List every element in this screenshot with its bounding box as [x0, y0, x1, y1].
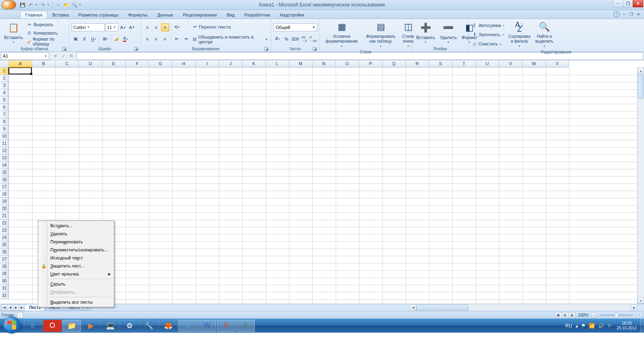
- help-icon[interactable]: ?: [613, 11, 620, 17]
- zoom-slider[interactable]: [601, 315, 633, 316]
- column-header[interactable]: Q: [382, 60, 406, 68]
- column-header[interactable]: H: [172, 60, 196, 68]
- tab-home[interactable]: Главная: [20, 11, 47, 19]
- scroll-thumb[interactable]: [638, 74, 644, 99]
- borders-button[interactable]: ⊞▾: [101, 35, 109, 43]
- scroll-up-button[interactable]: ▲: [638, 68, 644, 74]
- redo-dropdown[interactable]: ▾: [47, 3, 50, 6]
- align-center-button[interactable]: ≡: [152, 35, 160, 43]
- doc-minimize-button[interactable]: ─: [621, 11, 627, 17]
- taskbar-media-player-icon[interactable]: ▶: [82, 320, 100, 332]
- column-header[interactable]: T: [452, 60, 476, 68]
- column-header[interactable]: O: [336, 60, 359, 68]
- align-left-button[interactable]: ≡: [143, 35, 151, 43]
- zoom-in-button[interactable]: +: [637, 312, 642, 318]
- row-header[interactable]: 16: [0, 176, 9, 183]
- column-header[interactable]: U: [476, 60, 499, 68]
- tab-formulas[interactable]: Формулы: [124, 11, 153, 19]
- row-header[interactable]: 19: [0, 198, 9, 205]
- column-header[interactable]: I: [196, 60, 219, 68]
- decrease-indent-button[interactable]: ⇤: [173, 35, 181, 43]
- enter-icon[interactable]: ✓: [60, 52, 67, 60]
- scroll-right-button[interactable]: ▶: [631, 304, 637, 311]
- increase-indent-button[interactable]: ⇥: [182, 35, 190, 43]
- zoom-out-button[interactable]: −: [591, 312, 597, 318]
- maximize-button[interactable]: ❐: [623, 0, 633, 7]
- zoom-level[interactable]: 100%: [578, 313, 588, 317]
- row-header[interactable]: 1: [0, 68, 9, 75]
- row-header[interactable]: 30: [0, 278, 9, 285]
- menu-move-copy[interactable]: Переместить/скопировать...: [39, 246, 113, 254]
- save-icon[interactable]: 💾: [19, 2, 26, 8]
- undo-dropdown[interactable]: ▾: [35, 3, 38, 6]
- font-size-combo[interactable]: 11▼: [105, 23, 118, 31]
- column-header[interactable]: F: [126, 60, 149, 68]
- column-header[interactable]: J: [219, 60, 242, 68]
- print-preview-icon[interactable]: 🔍: [71, 2, 78, 8]
- row-header[interactable]: 29: [0, 270, 9, 278]
- italic-button[interactable]: К: [80, 35, 89, 43]
- accounting-button[interactable]: ₽▾: [274, 35, 282, 43]
- comma-button[interactable]: 000: [291, 35, 299, 43]
- column-header[interactable]: X: [546, 60, 569, 68]
- clock[interactable]: 18:2629.10.2012: [613, 321, 640, 331]
- name-box[interactable]: A1▼: [1, 52, 49, 60]
- cut-button[interactable]: ✂Вырезать: [27, 21, 66, 29]
- taskbar-opera-icon[interactable]: O: [43, 320, 62, 332]
- column-header[interactable]: V: [499, 60, 522, 68]
- row-header[interactable]: 13: [0, 154, 9, 162]
- tab-view[interactable]: Вид: [222, 11, 239, 19]
- taskbar-ie-icon[interactable]: e: [24, 320, 42, 332]
- start-button[interactable]: [3, 317, 20, 333]
- new-icon[interactable]: ▫: [55, 2, 62, 8]
- undo-icon[interactable]: ↶: [27, 2, 34, 8]
- prev-sheet-button[interactable]: ◀: [7, 304, 13, 311]
- row-header[interactable]: 27: [0, 256, 9, 263]
- row-header[interactable]: 11: [0, 140, 9, 147]
- tab-developer[interactable]: Разработчик: [239, 11, 275, 19]
- row-header[interactable]: 23: [0, 227, 9, 234]
- fill-color-button[interactable]: ◢▾: [113, 35, 121, 43]
- column-header[interactable]: N: [312, 60, 336, 68]
- column-header[interactable]: W: [522, 60, 546, 68]
- tray-network-icon[interactable]: 📶: [589, 323, 595, 329]
- insert-cells-button[interactable]: ➕Вставить▼: [414, 20, 438, 46]
- number-format-combo[interactable]: Общий▼: [274, 23, 317, 31]
- vertical-scrollbar[interactable]: ▲ ▼: [637, 68, 644, 304]
- copy-button[interactable]: ⎘Копировать: [27, 29, 66, 37]
- scroll-down-button[interactable]: ▼: [638, 297, 644, 304]
- taskbar-excel-icon[interactable]: X: [236, 320, 255, 332]
- row-header[interactable]: 14: [0, 162, 9, 169]
- row-header[interactable]: 31: [0, 285, 9, 292]
- macro-record-icon[interactable]: ▫: [17, 312, 23, 318]
- column-header[interactable]: G: [149, 60, 172, 68]
- row-header[interactable]: 22: [0, 220, 9, 227]
- redo-icon[interactable]: ↷: [39, 2, 46, 8]
- menu-insert[interactable]: Вставить...: [39, 222, 113, 230]
- column-header[interactable]: P: [359, 60, 382, 68]
- dialog-launcher-icon[interactable]: ◢: [264, 47, 268, 51]
- column-header[interactable]: R: [406, 60, 429, 68]
- paste-button[interactable]: 📋 Вставить ▼: [2, 20, 25, 46]
- menu-view-source[interactable]: 📄Исходный текст: [39, 254, 113, 262]
- merge-center-button[interactable]: ⊟Объединить и поместить в центре▼: [192, 35, 268, 43]
- row-header[interactable]: 8: [0, 118, 9, 125]
- column-header[interactable]: M: [289, 60, 312, 68]
- row-header[interactable]: 26: [0, 249, 9, 256]
- row-header[interactable]: 2: [0, 75, 9, 82]
- delete-cells-button[interactable]: ➖Удалить▼: [438, 20, 459, 46]
- select-all-corner[interactable]: [0, 60, 9, 68]
- sort-filter-button[interactable]: A↓ZСортировкаи фильтр▼: [506, 20, 533, 49]
- row-header[interactable]: 12: [0, 147, 9, 154]
- row-header[interactable]: 24: [0, 234, 9, 241]
- office-button[interactable]: [2, 0, 16, 9]
- bold-button[interactable]: Ж: [72, 35, 80, 43]
- conditional-formatting-button[interactable]: ▦Условноеформатирование▼: [321, 20, 362, 49]
- row-header[interactable]: 20: [0, 205, 9, 212]
- normal-view-button[interactable]: ▦: [555, 312, 562, 318]
- menu-tab-color[interactable]: Цвет ярлычка▶: [39, 270, 113, 278]
- page-break-view-button[interactable]: ▥: [568, 312, 576, 318]
- row-header[interactable]: 17: [0, 183, 9, 191]
- menu-protect-sheet[interactable]: 🔒Защитить лист...: [39, 262, 113, 270]
- row-header[interactable]: 5: [0, 97, 9, 104]
